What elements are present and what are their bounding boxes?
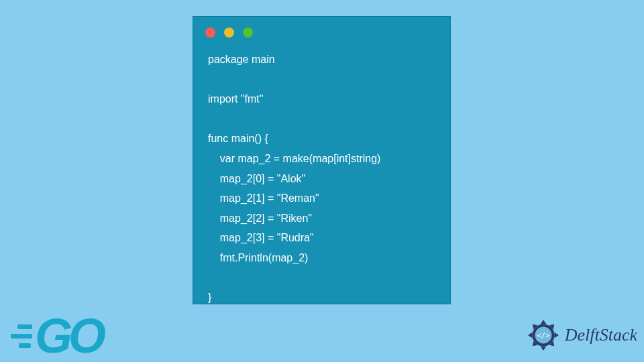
svg-text:</>: </> (537, 331, 549, 339)
go-logo: GO (5, 314, 102, 358)
window-controls (193, 17, 450, 44)
code-window: package main import "fmt" func main() { … (193, 16, 451, 304)
minimize-dot-icon (224, 27, 234, 38)
maximize-dot-icon (243, 27, 253, 38)
delftstack-text: DelftStack (565, 325, 637, 345)
delftstack-logo: </> DelftStack (526, 318, 637, 353)
code-body: package main import "fmt" func main() { … (193, 44, 450, 308)
close-dot-icon (205, 27, 215, 38)
go-speed-lines-icon (5, 324, 32, 348)
go-logo-text: GO (35, 314, 102, 358)
delftstack-gear-icon: </> (526, 318, 561, 353)
